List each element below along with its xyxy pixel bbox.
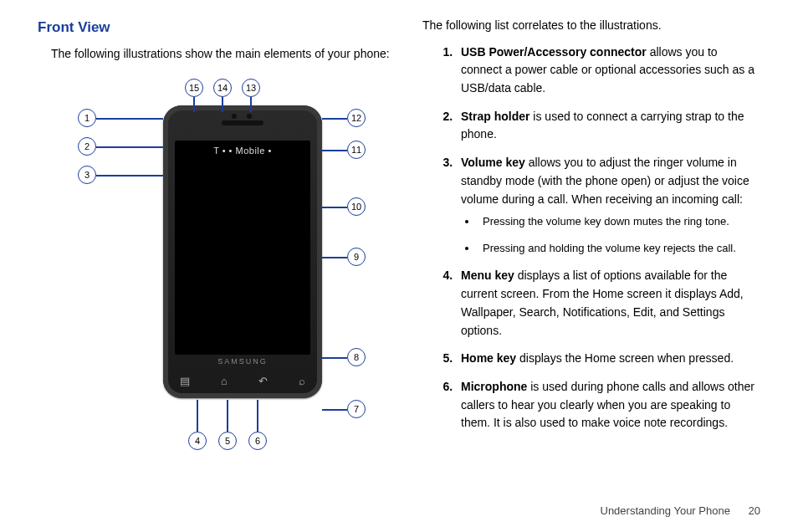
lead-line: [322, 118, 347, 120]
sensor-dot-icon: [232, 114, 237, 119]
back-icon: ↶: [258, 373, 268, 390]
list-item: USB Power/Accessory connector allows you…: [456, 43, 760, 98]
term: Microphone: [461, 380, 527, 393]
callout-2: 2: [78, 137, 96, 156]
bullet-item: Pressing the volume key down mutes the r…: [478, 213, 760, 230]
section-heading: Front View: [38, 17, 397, 38]
term: USB Power/Accessory connector: [461, 45, 647, 59]
lead-line: [322, 257, 347, 258]
lead-line: [322, 207, 347, 208]
page-number: 20: [749, 504, 760, 517]
callout-5: 5: [218, 432, 237, 450]
term: Home key: [461, 351, 516, 365]
bullet-item: Pressing and holding the volume key reje…: [478, 240, 760, 257]
phone-screen: [175, 141, 310, 355]
home-icon: ⌂: [221, 373, 228, 390]
desc: displays the Home screen when pressed.: [516, 351, 734, 365]
term: Menu key: [461, 269, 514, 282]
lead-line: [96, 118, 163, 120]
lead-line: [322, 150, 347, 151]
sensor-dot-icon: [247, 114, 252, 119]
term: Strap holder: [461, 110, 529, 123]
footer-section: Understanding Your Phone: [601, 504, 730, 517]
callout-12: 12: [347, 109, 366, 127]
callout-15: 15: [185, 79, 203, 97]
callout-10: 10: [347, 197, 366, 216]
phone-diagram: T • • Mobile • SAMSUNG ▤ ⌂ ↶ ⌕ 1 2 3 15 …: [46, 72, 381, 457]
right-intro: The following list correlates to the ill…: [422, 17, 760, 35]
list-item: Volume key allows you to adjust the ring…: [456, 154, 760, 257]
callout-11: 11: [347, 141, 366, 159]
intro-text: The following illustrations show the mai…: [51, 45, 397, 64]
list-item: Home key displays the Home screen when p…: [456, 350, 760, 368]
lead-line: [193, 97, 195, 112]
list-item: Microphone is used during phone calls an…: [456, 378, 760, 432]
lead-line: [322, 409, 347, 411]
brand-label: SAMSUNG: [163, 356, 322, 368]
lead-line: [227, 400, 228, 432]
feature-list: USB Power/Accessory connector allows you…: [422, 43, 760, 432]
lead-line: [222, 97, 223, 112]
callout-14: 14: [213, 79, 232, 97]
callout-1: 1: [78, 109, 96, 127]
page-footer: Understanding Your Phone 20: [601, 504, 761, 517]
lead-line: [96, 175, 163, 176]
callout-4: 4: [188, 432, 207, 450]
callout-7: 7: [347, 400, 366, 418]
callout-9: 9: [347, 248, 366, 266]
callout-3: 3: [78, 166, 96, 184]
lead-line: [250, 97, 252, 112]
callout-6: 6: [248, 432, 267, 450]
phone-body: T • • Mobile • SAMSUNG ▤ ⌂ ↶ ⌕: [163, 105, 322, 398]
callout-8: 8: [347, 348, 366, 366]
search-icon: ⌕: [299, 373, 305, 390]
carrier-label: T • • Mobile •: [163, 144, 322, 158]
lead-line: [257, 400, 258, 432]
menu-icon: ▤: [180, 373, 190, 390]
lead-line: [197, 400, 198, 432]
lead-line: [96, 146, 163, 148]
term: Volume key: [461, 156, 525, 169]
callout-13: 13: [242, 79, 260, 97]
lead-line: [322, 357, 347, 359]
earpiece-icon: [222, 120, 263, 125]
list-item: Strap holder is used to connect a carryi…: [456, 108, 760, 144]
list-item: Menu key displays a list of options avai…: [456, 267, 760, 340]
